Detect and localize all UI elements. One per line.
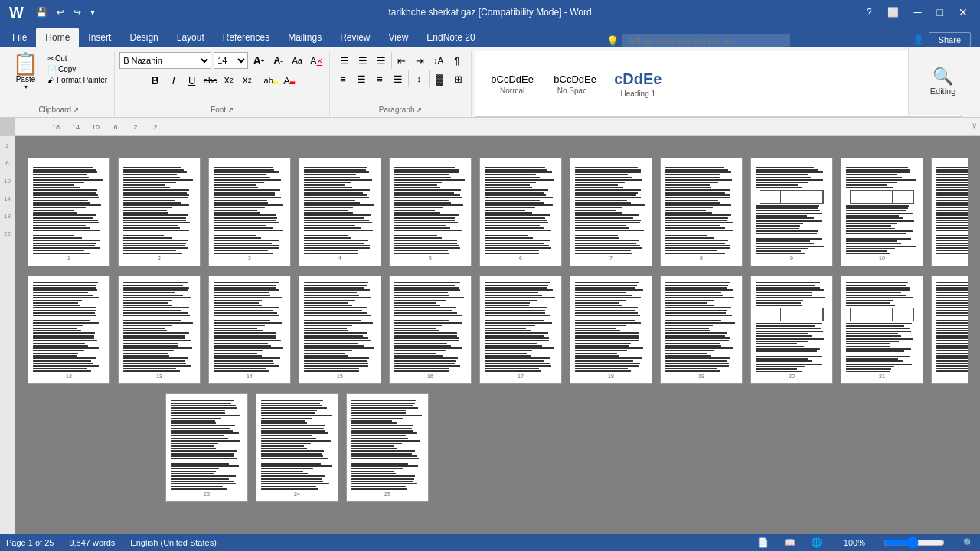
style-nospace[interactable]: bCcDdEe No Spac... [544, 57, 606, 111]
share-button[interactable]: Share [929, 32, 971, 47]
page-thumb[interactable]: 5 [389, 158, 472, 266]
page-thumb[interactable]: 18 [570, 276, 652, 384]
maximize-button[interactable]: □ [931, 5, 949, 20]
bold-button[interactable]: B [147, 72, 164, 89]
document-area[interactable]: 2 6 10 14 18 22 (function() { // Generat… [0, 136, 980, 534]
read-mode-button[interactable]: 📖 [784, 537, 795, 548]
minimize-button[interactable]: ─ [908, 5, 928, 20]
tab-file[interactable]: File [3, 28, 36, 47]
shading-button[interactable]: ▓ [431, 70, 448, 87]
text-line [351, 453, 412, 455]
format-painter-button[interactable]: 🖌 Format Painter [45, 75, 109, 85]
numbering-button[interactable]: ☰ [354, 52, 371, 69]
page-thumb[interactable]: 20 [750, 276, 833, 384]
tab-home[interactable]: Home [36, 28, 79, 47]
ruler-toggle[interactable]: ⊻ [972, 122, 977, 131]
redo-button[interactable]: ↪ [70, 5, 84, 19]
underline-button[interactable]: U [184, 72, 201, 89]
strikethrough-button[interactable]: abc [202, 72, 219, 89]
tab-insert[interactable]: Insert [79, 28, 120, 47]
page-thumb[interactable]: 10 [841, 158, 923, 266]
text-line [936, 353, 968, 354]
zoom-in-icon[interactable]: 🔍 [963, 538, 974, 548]
font-size-select[interactable]: 14 [214, 52, 248, 69]
help-icon[interactable]: ? [861, 5, 878, 19]
subscript-button[interactable]: X2 [220, 72, 237, 89]
multilevel-button[interactable]: ☰ [373, 52, 390, 69]
page-thumb[interactable]: 14 [208, 276, 291, 384]
font-expand-icon[interactable]: ↗ [227, 106, 234, 114]
undo-button[interactable]: ↩ [54, 5, 67, 19]
tab-layout[interactable]: Layout [168, 28, 214, 47]
page-thumb[interactable]: 25 [346, 393, 429, 502]
close-button[interactable]: ✕ [952, 5, 974, 20]
search-input[interactable] [622, 34, 790, 47]
borders-button[interactable]: ⊞ [449, 70, 466, 87]
paste-button[interactable]: 📋 Paste ▾ [8, 52, 44, 92]
tab-view[interactable]: View [380, 28, 418, 47]
page-thumb[interactable]: 13 [118, 276, 201, 384]
tab-endnote[interactable]: EndNote 20 [417, 28, 484, 47]
clipboard-expand-icon[interactable]: ↗ [73, 106, 79, 114]
page-thumb[interactable]: 2 [118, 158, 201, 266]
align-right-button[interactable]: ≡ [371, 70, 388, 87]
align-left-button[interactable]: ≡ [335, 70, 351, 87]
sort-button[interactable]: ↕A [430, 52, 447, 69]
justify-button[interactable]: ☰ [390, 70, 407, 87]
style-normal[interactable]: bCcDdEe Normal [482, 57, 543, 111]
text-line [33, 222, 99, 223]
show-marks-button[interactable]: ¶ [449, 52, 466, 69]
tab-mailings[interactable]: Mailings [279, 28, 331, 47]
tab-review[interactable]: Review [331, 28, 379, 47]
save-button[interactable]: 💾 [33, 5, 51, 19]
change-case-button[interactable]: Aa [289, 52, 305, 69]
bullets-button[interactable]: ☰ [336, 52, 353, 69]
page-thumb[interactable]: 1 [28, 158, 110, 266]
text-line [394, 318, 449, 319]
cut-button[interactable]: ✂ Cut [45, 54, 109, 64]
page-thumb[interactable]: 17 [479, 276, 562, 384]
page-thumb[interactable]: 24 [256, 393, 338, 502]
increase-indent-button[interactable]: ⇥ [412, 52, 429, 69]
font-grow-button[interactable]: A+ [250, 52, 267, 69]
clear-formatting-button[interactable]: A× [308, 52, 325, 69]
zoom-slider[interactable] [884, 536, 945, 549]
page-thumb[interactable]: 11 [931, 158, 968, 266]
superscript-button[interactable]: X2 [239, 72, 256, 89]
text-line [485, 370, 541, 372]
tab-design[interactable]: Design [120, 28, 167, 47]
page-thumb[interactable]: 23 [165, 393, 248, 502]
page-thumb[interactable]: 19 [660, 276, 743, 384]
page-thumb[interactable]: 16 [389, 276, 472, 384]
text-line [33, 295, 93, 296]
page-thumb[interactable]: 7 [570, 158, 652, 266]
page-thumb[interactable]: 9 [750, 158, 833, 266]
font-family-select[interactable]: B Nazanin [119, 52, 211, 69]
page-thumb[interactable]: 21 [841, 276, 923, 384]
page-thumb[interactable]: 3 [208, 158, 291, 266]
highlight-button[interactable]: ab▃ [263, 72, 279, 89]
align-center-button[interactable]: ☰ [353, 70, 370, 87]
quick-dropdown-button[interactable]: ▾ [87, 5, 98, 19]
font-color-button[interactable]: A▃ [281, 72, 298, 89]
text-line [665, 200, 718, 201]
line-spacing-button[interactable]: ↕ [410, 70, 427, 87]
text-line [214, 240, 279, 241]
copy-button[interactable]: 📄 Copy [45, 64, 109, 74]
tab-references[interactable]: References [214, 28, 279, 47]
web-layout-button[interactable]: 🌐 [811, 537, 822, 548]
page-thumb[interactable]: 8 [660, 158, 743, 266]
font-shrink-button[interactable]: A- [270, 52, 286, 69]
ribbon-display-button[interactable]: ⬜ [881, 5, 905, 19]
page-thumb[interactable]: 6 [479, 158, 562, 266]
page-thumb[interactable]: 4 [299, 158, 381, 266]
print-layout-button[interactable]: 📄 [757, 537, 769, 548]
paragraph-expand-icon[interactable]: ↗ [416, 106, 422, 114]
text-line [33, 197, 99, 198]
italic-button[interactable]: I [165, 72, 182, 89]
decrease-indent-button[interactable]: ⇤ [394, 52, 410, 69]
style-heading1[interactable]: cDdEe Heading 1 [607, 57, 668, 111]
page-thumb[interactable]: 12 [28, 276, 110, 384]
page-thumb[interactable]: 22 [931, 276, 968, 384]
page-thumb[interactable]: 15 [299, 276, 381, 384]
